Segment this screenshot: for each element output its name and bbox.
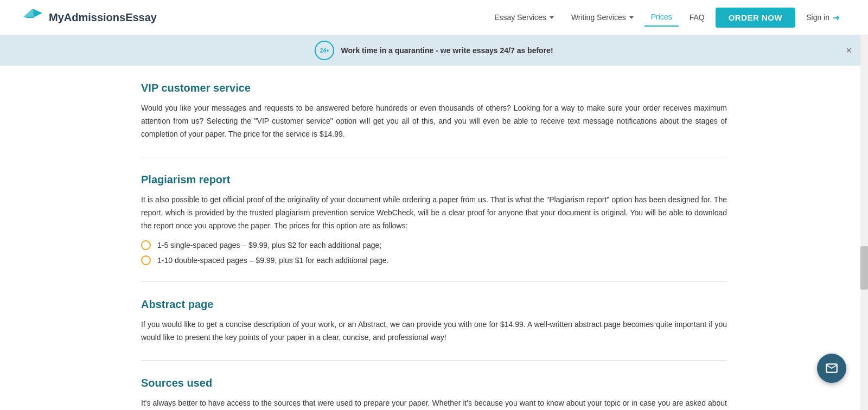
logo-text: MyAdmissionsEssay [49,11,157,24]
svg-marker-0 [23,9,34,17]
section-plagiarism-report: Plagiarism report It is also possible to… [141,174,727,281]
list-item: 1-10 double-spaced pages – $9.99, plus $… [141,255,727,265]
announcement-banner: 24+ Work time in a quarantine - we write… [0,35,868,66]
main-content: VIP customer service Would you like your… [119,66,749,410]
chat-icon [825,361,839,375]
nav: Essay Services Writing Services Prices F… [488,8,846,28]
nav-faq[interactable]: FAQ [683,9,711,26]
nav-writing-services[interactable]: Writing Services [565,9,640,26]
scrollbar[interactable] [860,0,868,410]
section-title-sources: Sources used [141,377,727,389]
nav-prices[interactable]: Prices [644,8,679,27]
order-now-button[interactable]: ORDER NOW [716,8,796,28]
section-body-abstract: If you would like to get a concise descr… [141,318,727,344]
section-vip-customer-service: VIP customer service Would you like your… [141,82,727,157]
section-title-plagiarism: Plagiarism report [141,174,727,186]
section-body-plagiarism: It is also possible to get official proo… [141,194,727,232]
signin-arrow-icon: ➜ [833,12,840,23]
header: MyAdmissionsEssay Essay Services Writing… [0,0,868,35]
section-body-vip: Would you like your messages and request… [141,102,727,140]
banner-close-button[interactable]: × [846,46,852,55]
section-body-sources: It's always better to have access to the… [141,397,727,410]
banner-text: Work time in a quarantine - we write ess… [341,46,553,55]
logo[interactable]: MyAdmissionsEssay [22,7,157,28]
chevron-down-icon [629,16,634,19]
section-sources-used: Sources used It's always better to have … [141,377,727,410]
scrollbar-thumb[interactable] [860,246,868,290]
banner-clock-icon: 24+ [315,41,334,60]
section-title-vip: VIP customer service [141,82,727,94]
signin-link[interactable]: Sign in ➜ [800,8,846,27]
bullet-icon [141,255,151,265]
bullet-icon [141,240,151,250]
chat-button[interactable] [817,354,846,383]
section-abstract-page: Abstract page If you would like to get a… [141,298,727,361]
list-item: 1-5 single-spaced pages – $9.99, plus $2… [141,240,727,250]
chevron-down-icon [550,16,554,19]
logo-icon [22,7,43,28]
svg-marker-1 [33,9,42,17]
nav-essay-services[interactable]: Essay Services [488,9,560,26]
section-title-abstract: Abstract page [141,298,727,311]
plagiarism-list: 1-5 single-spaced pages – $9.99, plus $2… [141,240,727,265]
